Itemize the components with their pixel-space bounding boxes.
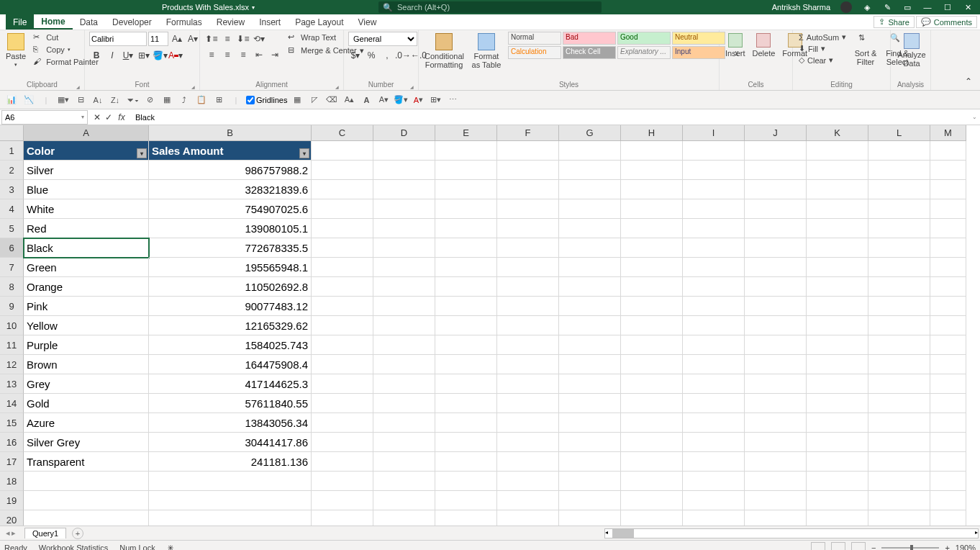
cell-E3[interactable] [435, 180, 497, 199]
cell-H13[interactable] [621, 374, 683, 394]
sheet-tab-query1[interactable]: Query1 [24, 528, 66, 538]
cell-M8[interactable] [930, 277, 966, 297]
cell-G18[interactable] [559, 472, 621, 491]
qat-clear-icon[interactable]: ⊘ [142, 93, 157, 107]
cell-D7[interactable] [373, 258, 435, 277]
cell-H5[interactable] [621, 219, 683, 238]
zoom-level[interactable]: 190% [956, 544, 976, 551]
cell-K16[interactable] [807, 433, 868, 452]
cell-K3[interactable] [807, 180, 868, 199]
confirm-edit-icon[interactable]: ✓ [104, 110, 114, 125]
tab-developer[interactable]: Developer [105, 14, 159, 30]
cell-A1[interactable]: Color▾ [24, 141, 149, 161]
cell-I1[interactable] [683, 141, 745, 161]
cell-D2[interactable] [373, 161, 435, 180]
scroll-right-icon[interactable]: ▸ [975, 529, 978, 536]
cell-L13[interactable] [868, 374, 930, 394]
row-header-13[interactable]: 13 [0, 374, 24, 394]
cell-G6[interactable] [559, 238, 621, 258]
cell-C2[interactable] [312, 161, 373, 180]
cell-K7[interactable] [807, 258, 868, 277]
cell-E4[interactable] [435, 199, 497, 219]
qat-borders-icon[interactable]: ⊞▾ [428, 93, 443, 107]
tab-data[interactable]: Data [73, 14, 105, 30]
autosum-button[interactable]: ΣAutoSum▾ [797, 32, 848, 42]
row-header-18[interactable]: 18 [0, 472, 24, 491]
select-all-corner[interactable] [0, 125, 24, 141]
row-header-3[interactable]: 3 [0, 180, 24, 199]
cell-M6[interactable] [930, 238, 966, 258]
decrease-indent-icon[interactable]: ⇤ [252, 48, 266, 62]
tab-review[interactable]: Review [209, 14, 252, 30]
cell-F14[interactable] [497, 394, 559, 413]
fx-icon[interactable]: fx [115, 110, 128, 125]
sheet-nav-next-icon[interactable]: ▸ [12, 528, 16, 538]
cell-styles-gallery[interactable]: Normal Bad Good Neutral Calculation Chec… [508, 32, 725, 59]
cell-D13[interactable] [373, 374, 435, 394]
align-left-icon[interactable]: ≡ [204, 48, 219, 62]
cell-C20[interactable] [312, 510, 373, 526]
cell-I5[interactable] [683, 219, 745, 238]
diamond-icon[interactable]: ◈ [862, 2, 872, 12]
qat-fillcolor-icon[interactable]: 🪣▾ [394, 93, 408, 107]
row-header-20[interactable]: 20 [0, 510, 24, 526]
cell-G9[interactable] [559, 297, 621, 316]
cell-L11[interactable] [868, 335, 930, 355]
cell-J13[interactable] [745, 374, 807, 394]
cell-I13[interactable] [683, 374, 745, 394]
cell-D8[interactable] [373, 277, 435, 297]
style-neutral[interactable]: Neutral [672, 32, 725, 45]
cell-L2[interactable] [868, 161, 930, 180]
cell-B7[interactable]: 195565948.1 [149, 258, 312, 277]
cell-M9[interactable] [930, 297, 966, 316]
cell-D12[interactable] [373, 355, 435, 374]
cell-J19[interactable] [745, 491, 807, 510]
cell-K12[interactable] [807, 355, 868, 374]
cell-D1[interactable] [373, 141, 435, 161]
cell-D14[interactable] [373, 394, 435, 413]
cell-F17[interactable] [497, 452, 559, 472]
cell-H16[interactable] [621, 433, 683, 452]
cell-M16[interactable] [930, 433, 966, 452]
analyze-data-button[interactable]: Analyze Data [895, 32, 928, 69]
cell-I11[interactable] [683, 335, 745, 355]
gridlines-checkbox[interactable]: Gridlines [246, 96, 287, 104]
cell-H17[interactable] [621, 452, 683, 472]
column-header-M[interactable]: M [930, 125, 966, 141]
scroll-left-icon[interactable]: ◂ [605, 529, 608, 536]
cell-H20[interactable] [621, 510, 683, 526]
cell-K9[interactable] [807, 297, 868, 316]
cell-A11[interactable]: Purple [24, 335, 149, 355]
cell-G1[interactable] [559, 141, 621, 161]
cell-J6[interactable] [745, 238, 807, 258]
paste-button[interactable]: Paste▾ [4, 32, 27, 69]
qat-select-icon[interactable]: ◸ [307, 93, 322, 107]
cell-E7[interactable] [435, 258, 497, 277]
view-pagelayout-icon[interactable] [831, 542, 845, 551]
cell-A12[interactable]: Brown [24, 355, 149, 374]
cell-C10[interactable] [312, 316, 373, 335]
tab-pagelayout[interactable]: Page Layout [288, 14, 350, 30]
cell-L9[interactable] [868, 297, 930, 316]
cell-B18[interactable] [149, 472, 312, 491]
cell-E8[interactable] [435, 277, 497, 297]
qat-sort-asc-icon[interactable]: A↓ [91, 93, 105, 107]
cell-G17[interactable] [559, 452, 621, 472]
zoom-out-icon[interactable]: − [871, 544, 876, 551]
cell-J15[interactable] [745, 413, 807, 433]
cell-A7[interactable]: Green [24, 258, 149, 277]
cell-B2[interactable]: 986757988.2 [149, 161, 312, 180]
cell-A18[interactable] [24, 472, 149, 491]
row-header-4[interactable]: 4 [0, 199, 24, 219]
cell-G7[interactable] [559, 258, 621, 277]
cell-D5[interactable] [373, 219, 435, 238]
cell-B15[interactable]: 13843056.34 [149, 413, 312, 433]
column-header-J[interactable]: J [745, 125, 807, 141]
cell-L12[interactable] [868, 355, 930, 374]
column-header-L[interactable]: L [868, 125, 930, 141]
cell-I15[interactable] [683, 413, 745, 433]
cell-K1[interactable] [807, 141, 868, 161]
cell-J1[interactable] [745, 141, 807, 161]
font-size-select[interactable] [148, 32, 168, 46]
sort-filter-button[interactable]: ⇅Sort & Filter [852, 32, 879, 68]
